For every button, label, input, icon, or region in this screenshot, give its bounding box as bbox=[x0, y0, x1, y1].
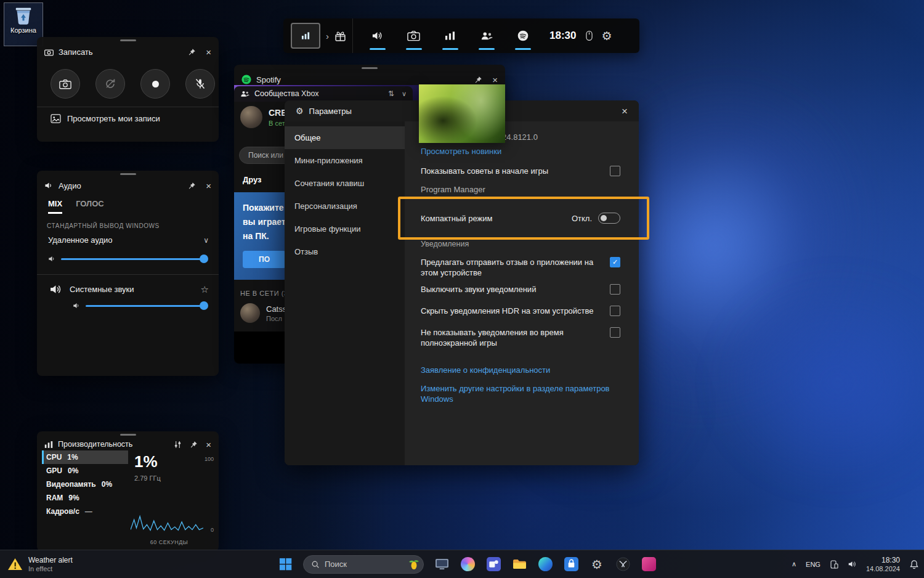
metric-row-vram[interactable]: Видеопамять 0% bbox=[42, 478, 128, 491]
option-checkbox[interactable]: ✓ bbox=[610, 327, 620, 338]
audio-widget-button[interactable] bbox=[359, 18, 395, 53]
panel-drag-handle[interactable] bbox=[120, 39, 136, 41]
tray-chevron-up-icon[interactable]: ∧ bbox=[792, 560, 796, 568]
store-icon[interactable] bbox=[563, 556, 579, 572]
search-placeholder: Поиск bbox=[325, 560, 403, 569]
copilot-icon[interactable] bbox=[460, 556, 476, 572]
compact-mode-row: Компактный режим Откл. bbox=[421, 213, 620, 224]
chevron-down-icon[interactable]: ∨ bbox=[402, 91, 407, 97]
panel-drag-handle[interactable] bbox=[120, 173, 136, 175]
nav-item-general[interactable]: Общее bbox=[285, 126, 405, 149]
xbox-app-icon[interactable] bbox=[615, 556, 631, 572]
nav-item-shortcuts[interactable]: Сочетания клавиш bbox=[285, 172, 405, 195]
option-checkbox[interactable]: ✓ bbox=[610, 306, 620, 316]
system-sounds-slider[interactable] bbox=[86, 301, 208, 310]
edge-icon[interactable] bbox=[537, 556, 553, 572]
chevron-right-icon[interactable]: › bbox=[326, 31, 329, 41]
tray-clock[interactable]: 18:30 14.08.2024 bbox=[866, 556, 900, 573]
mouse-icon[interactable] bbox=[586, 30, 593, 41]
panel-drag-handle[interactable] bbox=[120, 434, 136, 436]
taskbar-weather-widget[interactable]: Weather alert In effect bbox=[7, 550, 73, 578]
slider-knob[interactable] bbox=[200, 301, 208, 310]
metric-row-ram[interactable]: RAM 9% bbox=[42, 491, 128, 505]
whats-new-link[interactable]: Просмотреть новинки bbox=[421, 147, 620, 156]
close-icon[interactable]: × bbox=[206, 440, 211, 449]
close-icon[interactable]: × bbox=[206, 181, 211, 190]
close-icon[interactable]: × bbox=[492, 75, 498, 84]
tab-mix[interactable]: MIX bbox=[48, 199, 62, 214]
system-sounds-volume-row bbox=[73, 301, 208, 310]
volume-icon[interactable] bbox=[848, 560, 857, 568]
close-icon[interactable]: × bbox=[622, 106, 628, 116]
metric-value: 9% bbox=[68, 494, 79, 502]
slider-knob[interactable] bbox=[200, 254, 208, 263]
show-tips-checkbox[interactable]: ✓ bbox=[610, 166, 620, 176]
settings-app-icon[interactable]: ⚙ bbox=[589, 556, 605, 572]
nav-item-gaming-features[interactable]: Игровые функции bbox=[285, 218, 405, 240]
graph-axis-min: 0 bbox=[211, 527, 214, 533]
friend-list-item[interactable]: Catssl Посл bbox=[240, 303, 288, 323]
nav-item-personalization[interactable]: Персонализация bbox=[285, 195, 405, 218]
sort-icon[interactable]: ⇅ bbox=[388, 90, 394, 97]
active-underline bbox=[515, 48, 531, 50]
audio-device-selector[interactable]: Удаленное аудио ∨ bbox=[48, 235, 209, 245]
speaker-icon bbox=[371, 30, 383, 41]
microphone-mute-button[interactable] bbox=[185, 69, 215, 99]
see-my-captures-button[interactable]: Просмотреть мои записи bbox=[37, 107, 219, 130]
audio-panel-title: Аудио bbox=[59, 181, 81, 190]
capture-buttons-row bbox=[37, 62, 219, 107]
spotify-widget-button[interactable] bbox=[505, 18, 541, 53]
device-volume-slider[interactable] bbox=[61, 254, 208, 263]
option-checkbox[interactable]: ✓ bbox=[610, 284, 620, 295]
close-icon[interactable]: × bbox=[206, 47, 211, 57]
performance-options-sliders-icon[interactable] bbox=[174, 441, 182, 449]
start-recording-button[interactable] bbox=[140, 69, 170, 99]
pin-icon[interactable] bbox=[188, 48, 196, 56]
social-widget-button[interactable] bbox=[468, 18, 505, 53]
phone-link-icon[interactable] bbox=[830, 560, 838, 569]
friend-avatar bbox=[240, 303, 260, 323]
gift-icon[interactable] bbox=[334, 30, 346, 42]
compact-mode-label: Компактный режим bbox=[421, 213, 492, 224]
metric-row-gpu[interactable]: GPU 0% bbox=[42, 464, 128, 478]
file-explorer-icon[interactable] bbox=[511, 556, 527, 572]
offline-friends-header: НЕ В СЕТИ (3) bbox=[240, 290, 291, 297]
nav-item-feedback[interactable]: Отзыв bbox=[285, 240, 405, 263]
capture-panel: Записать × bbox=[37, 37, 219, 142]
microphone-muted-icon bbox=[194, 78, 206, 90]
performance-chart-icon bbox=[44, 441, 53, 449]
pin-icon[interactable] bbox=[190, 441, 198, 449]
record-last-circular-arrow-icon bbox=[104, 78, 116, 90]
star-icon[interactable]: ☆ bbox=[201, 285, 209, 294]
pin-icon[interactable] bbox=[188, 182, 196, 190]
task-view-icon[interactable] bbox=[434, 556, 450, 572]
tab-voice[interactable]: ГОЛОС bbox=[76, 199, 104, 214]
widget-menu-button[interactable] bbox=[291, 23, 320, 49]
language-indicator[interactable]: ENG bbox=[806, 561, 821, 568]
capture-widget-button[interactable] bbox=[395, 18, 432, 53]
privacy-statement-link[interactable]: Заявление о конфиденциальности bbox=[421, 365, 620, 375]
teams-icon[interactable] bbox=[485, 556, 501, 572]
settings-nav-sidebar: Общее Мини-приложения Сочетания клавиш П… bbox=[285, 121, 405, 465]
settings-window-title: Параметры bbox=[309, 107, 352, 116]
option-checkbox[interactable]: ✓ bbox=[610, 257, 620, 267]
gamebar-settings-gear-icon[interactable]: ⚙ bbox=[601, 30, 612, 42]
panel-drag-handle[interactable] bbox=[362, 67, 378, 69]
pink-app-icon[interactable] bbox=[641, 556, 657, 572]
compact-mode-toggle[interactable] bbox=[598, 213, 620, 224]
camera-icon bbox=[59, 79, 71, 89]
metric-row-cpu[interactable]: CPU 1% bbox=[42, 450, 128, 464]
record-last-moment-button[interactable] bbox=[95, 69, 125, 99]
speaker-large-icon bbox=[49, 283, 62, 295]
nav-item-widgets[interactable]: Мини-приложения bbox=[285, 149, 405, 172]
pin-icon[interactable] bbox=[474, 76, 482, 84]
metric-row-fps[interactable]: Кадров/с — bbox=[42, 505, 128, 518]
screenshot-button[interactable] bbox=[51, 69, 80, 99]
performance-widget-button[interactable] bbox=[432, 18, 468, 53]
friends-tab[interactable]: Друз bbox=[243, 175, 262, 184]
taskbar-search-box[interactable]: Поиск bbox=[303, 555, 424, 574]
notification-bell-icon[interactable] bbox=[909, 560, 919, 569]
windows-settings-link[interactable]: Изменить другие настройки в разделе пара… bbox=[421, 383, 620, 404]
start-button[interactable] bbox=[277, 556, 293, 572]
promo-share-button[interactable]: ПО bbox=[243, 251, 286, 268]
